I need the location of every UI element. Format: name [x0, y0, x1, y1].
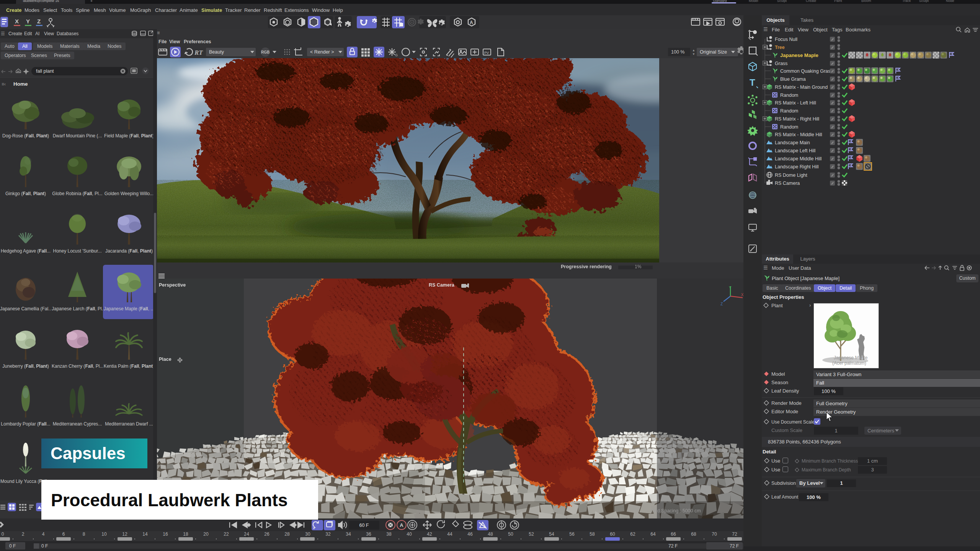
svg-text:Focus Null: Focus Null [775, 37, 797, 42]
svg-text:Japanese Maple: Japanese Maple [780, 52, 818, 58]
svg-text:RS Matrix - Right Hill: RS Matrix - Right Hill [775, 116, 819, 122]
svg-text:Random: Random [780, 108, 798, 114]
svg-text:T: T [750, 77, 755, 88]
svg-text:60: 60 [610, 531, 615, 537]
svg-text:16: 16 [163, 531, 168, 537]
svg-text:A: A [400, 522, 403, 528]
svg-text:72 F: 72 F [730, 543, 739, 549]
svg-text:26: 26 [264, 531, 270, 537]
svg-text:100 %: 100 % [671, 49, 684, 55]
svg-text:12: 12 [122, 531, 127, 537]
svg-text:56: 56 [569, 531, 575, 537]
svg-text:Z: Z [720, 302, 723, 306]
svg-text:60 F: 60 F [359, 523, 369, 528]
svg-text:72: 72 [732, 531, 737, 537]
svg-text:Common Quaking Grass: Common Quaking Grass [780, 68, 833, 74]
svg-text:40: 40 [407, 531, 412, 537]
svg-text:46: 46 [467, 531, 473, 537]
svg-text:Japanese Maple: Japanese Maple [834, 355, 867, 360]
svg-text:54: 54 [549, 531, 554, 537]
svg-text:38: 38 [386, 531, 392, 537]
svg-text:64: 64 [650, 531, 656, 537]
svg-text:10: 10 [101, 531, 107, 537]
svg-text:6: 6 [62, 531, 65, 537]
svg-text:G: G [395, 53, 398, 57]
svg-text:22: 22 [224, 531, 229, 537]
svg-text:4: 4 [42, 531, 45, 537]
svg-text:Beauty: Beauty [209, 49, 224, 55]
svg-text:0 F: 0 F [9, 543, 16, 549]
svg-text:2: 2 [22, 531, 24, 537]
svg-text:62: 62 [630, 531, 635, 537]
svg-text:RS Matrix - Main Ground: RS Matrix - Main Ground [775, 85, 828, 90]
svg-text:28: 28 [284, 531, 290, 537]
svg-text:72 F: 72 F [668, 543, 678, 549]
svg-text:(Acer palmatum): (Acer palmatum) [832, 360, 866, 366]
svg-text:Landscape Right Hill: Landscape Right Hill [775, 164, 819, 170]
svg-text:Landscape Left Hill: Landscape Left Hill [775, 148, 815, 153]
svg-text:68: 68 [691, 531, 696, 537]
svg-text:RS Matrix - Middle Hill: RS Matrix - Middle Hill [775, 132, 822, 137]
svg-text:50: 50 [508, 531, 513, 537]
svg-text:0 F: 0 F [41, 543, 48, 549]
svg-text:Z: Z [37, 18, 41, 24]
svg-text:▲: ▲ [692, 49, 695, 52]
svg-text:Y: Y [729, 286, 732, 290]
svg-text:A: A [470, 20, 473, 25]
svg-text:32: 32 [325, 531, 331, 537]
svg-text:Random: Random [780, 93, 798, 98]
svg-text:70: 70 [712, 531, 717, 537]
svg-text:18: 18 [183, 531, 188, 537]
svg-text:8: 8 [83, 531, 85, 537]
svg-text:RGB: RGB [261, 50, 270, 54]
svg-text:Landscape Middle Hill: Landscape Middle Hill [775, 156, 822, 161]
svg-text:30: 30 [305, 531, 310, 537]
svg-text:▼: ▼ [692, 52, 695, 56]
svg-text:Grass: Grass [775, 61, 787, 66]
svg-text:42: 42 [427, 531, 432, 537]
svg-text:Blue Grama: Blue Grama [780, 77, 806, 82]
svg-text:34: 34 [346, 531, 351, 537]
svg-text:RT: RT [194, 49, 203, 56]
svg-text:RS Dome Light: RS Dome Light [775, 173, 807, 178]
svg-text:20: 20 [203, 531, 209, 537]
svg-text:44: 44 [447, 531, 452, 537]
svg-text:36: 36 [366, 531, 371, 537]
svg-text:14: 14 [142, 531, 148, 537]
svg-text:RS Matrix - Left Hill: RS Matrix - Left Hill [775, 100, 816, 106]
svg-text:Y: Y [26, 18, 30, 24]
svg-text:Landscape Main: Landscape Main [775, 140, 810, 145]
svg-text:X: X [15, 18, 19, 24]
svg-text:Random: Random [780, 124, 798, 130]
svg-text:52: 52 [529, 531, 534, 537]
svg-text:24: 24 [244, 531, 249, 537]
svg-text:Original Size: Original Size [700, 49, 727, 55]
svg-text:58: 58 [590, 531, 595, 537]
svg-text:0: 0 [2, 531, 4, 537]
svg-text:PV: PV [484, 51, 489, 55]
svg-text:48: 48 [488, 531, 493, 537]
svg-text:66: 66 [671, 531, 676, 537]
svg-text:Tree: Tree [775, 45, 785, 50]
svg-text:RS Camera: RS Camera [775, 181, 800, 186]
svg-text:< Render >: < Render > [310, 49, 334, 55]
